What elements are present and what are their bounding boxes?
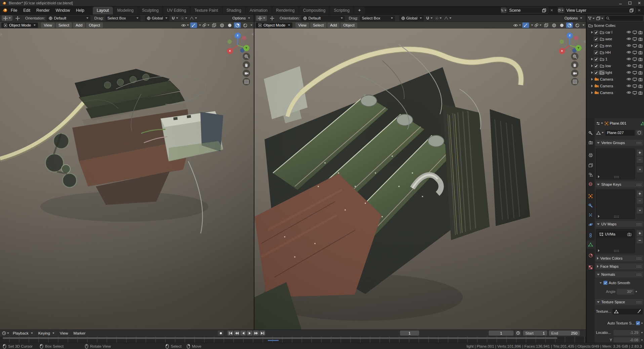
collection-checkbox[interactable] (594, 71, 598, 75)
collection-checkbox[interactable] (594, 30, 598, 35)
add-vertex-group-button[interactable] (636, 149, 643, 156)
panel-grip-icon[interactable] (636, 257, 642, 260)
new-scene-icon[interactable] (542, 8, 546, 12)
add-workspace-button[interactable] (354, 7, 365, 14)
shape-keys-panel-header[interactable]: Shape Keys (595, 181, 643, 187)
editor-type-icon[interactable] (596, 121, 603, 126)
falloff-curve-icon[interactable] (189, 15, 197, 21)
gizmos-toggle-icon[interactable] (190, 23, 197, 28)
tab-particles[interactable] (587, 211, 595, 219)
falloff-curve-icon[interactable] (444, 15, 452, 21)
tab-physics[interactable] (587, 220, 595, 228)
xray-toggle-icon[interactable] (543, 23, 550, 28)
navigation-gizmo[interactable]: Z Y X (557, 31, 582, 57)
tab-layout[interactable]: Layout (93, 7, 113, 14)
tab-output[interactable] (587, 151, 595, 159)
jump-to-start-button[interactable] (228, 331, 233, 336)
animate-dot-icon[interactable] (641, 339, 643, 341)
list-grip-icon[interactable] (614, 176, 619, 178)
tab-texture[interactable] (587, 263, 595, 271)
options-dropdown[interactable]: Options (230, 15, 252, 21)
outliner-row-camera-1[interactable]: Camera (587, 76, 644, 83)
shading-wireframe-icon[interactable] (218, 23, 225, 28)
shading-rendered-icon[interactable] (574, 23, 580, 28)
active-tool-icon[interactable] (256, 15, 267, 21)
gizmos-toggle-icon[interactable] (522, 23, 529, 28)
xray-toggle-icon[interactable] (211, 23, 217, 28)
snap-magnet-icon[interactable] (171, 15, 178, 21)
list-grip-icon[interactable] (614, 215, 619, 218)
object-menu[interactable]: Object (340, 23, 357, 28)
next-keyframe-button[interactable] (253, 331, 259, 336)
outliner-row-hh[interactable]: HH (587, 49, 644, 56)
select-menu[interactable]: Select (56, 23, 72, 28)
tab-constraints[interactable] (587, 231, 595, 239)
tab-animation[interactable]: Animation (246, 7, 272, 14)
vertex-group-specials-button[interactable] (636, 166, 643, 173)
tab-modifiers[interactable] (587, 202, 595, 210)
eyedropper-icon[interactable] (637, 309, 641, 313)
animate-dot-icon[interactable] (641, 322, 643, 324)
overlays-toggle-icon[interactable] (534, 23, 542, 28)
blender-menu-icon[interactable] (2, 7, 8, 13)
disable-viewport-icon[interactable] (633, 71, 637, 75)
remove-uv-map-button[interactable] (636, 237, 643, 244)
end-frame-field[interactable]: End250 (549, 331, 580, 336)
playhead-marker[interactable] (268, 340, 279, 341)
tab-object[interactable] (587, 192, 595, 200)
add-uv-map-button[interactable] (636, 230, 643, 237)
close-button[interactable] (635, 0, 644, 6)
overlays-toggle-icon[interactable] (202, 23, 210, 28)
ortho-grid-button[interactable] (243, 78, 250, 85)
menu-help[interactable]: Help (73, 7, 87, 14)
play-reverse-button[interactable] (240, 331, 246, 336)
shading-material-icon[interactable] (566, 23, 573, 28)
uv-maps-list[interactable]: UVMa (596, 229, 635, 253)
expand-icon[interactable] (591, 91, 593, 94)
new-view-layer-icon[interactable] (630, 8, 634, 12)
pan-hand-button[interactable] (243, 61, 250, 69)
hide-eye-icon[interactable] (627, 64, 631, 67)
disable-render-icon[interactable] (638, 84, 643, 88)
disable-viewport-icon[interactable] (633, 57, 637, 61)
view-menu[interactable]: View (295, 23, 309, 28)
panel-grip-icon[interactable] (636, 223, 642, 225)
vertex-groups-list[interactable] (596, 148, 635, 179)
viewport-3d-canvas-right[interactable]: Z Y X (254, 29, 586, 330)
disable-render-icon[interactable] (638, 51, 643, 54)
timeline-scrollbar[interactable] (3, 337, 557, 339)
view-layer-name-field[interactable]: View Layer (564, 7, 636, 13)
shading-wireframe-icon[interactable] (551, 23, 557, 28)
animate-dot-icon[interactable] (636, 291, 637, 292)
shape-key-specials-button[interactable] (636, 207, 643, 214)
current-frame-field[interactable]: 1 (400, 331, 419, 336)
uv-maps-panel-header[interactable]: UV Maps (595, 221, 643, 227)
timeline-view-menu[interactable]: View (58, 331, 70, 336)
panel-grip-icon[interactable] (636, 183, 642, 186)
shading-solid-icon[interactable] (558, 23, 565, 28)
orientation-dropdown[interactable]: Default (301, 15, 345, 21)
tab-modeling[interactable]: Modeling (113, 7, 138, 14)
expand-icon[interactable] (591, 31, 593, 34)
breadcrumb-object-name[interactable]: Plane.001 (610, 121, 627, 125)
outliner-row-light[interactable]: light (587, 69, 644, 76)
zoom-button[interactable] (243, 53, 250, 60)
location-x-field[interactable]: -1.29 (613, 330, 640, 336)
show-gizmo-eye-icon[interactable] (181, 23, 189, 28)
list-grip-icon[interactable] (614, 250, 619, 252)
face-maps-panel-header[interactable]: Face Maps (595, 263, 643, 269)
panel-grip-icon[interactable] (636, 273, 642, 276)
minimize-button[interactable] (616, 0, 625, 6)
hide-eye-icon[interactable] (627, 91, 631, 94)
pan-hand-button[interactable] (571, 61, 578, 69)
tab-material[interactable] (587, 251, 595, 259)
hide-eye-icon[interactable] (627, 78, 631, 81)
texture-space-panel-header[interactable]: Texture Space (595, 299, 643, 305)
drag-dropdown[interactable]: Select Box (360, 15, 395, 21)
expand-icon[interactable] (591, 64, 593, 67)
proportional-edit-icon[interactable] (435, 15, 442, 21)
panel-options-toggle[interactable] (598, 175, 600, 178)
tab-sculpting[interactable]: Sculpting (138, 7, 163, 14)
zoom-button[interactable] (571, 53, 578, 60)
outliner-search-input[interactable] (605, 16, 643, 21)
